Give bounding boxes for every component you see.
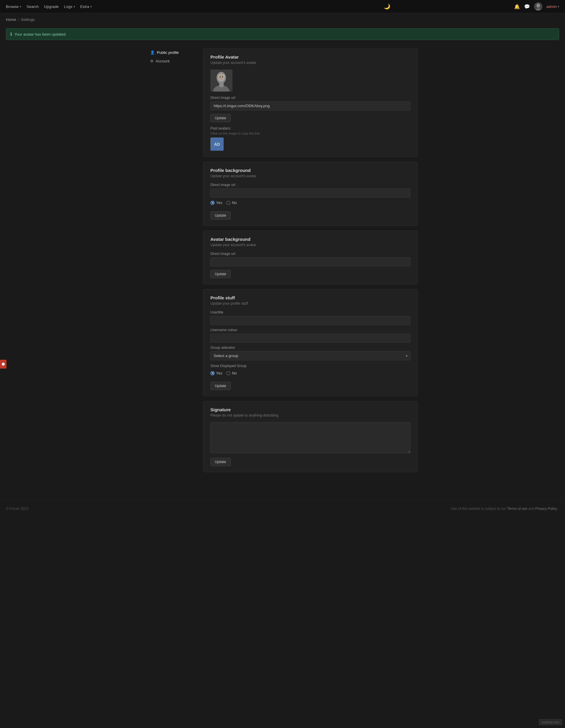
- show-group-yes-option[interactable]: Yes: [211, 371, 222, 375]
- browse-chevron-icon: ▾: [20, 5, 21, 8]
- main-container: 👤 Public profile ⚙ Account Profile Avata…: [141, 42, 424, 483]
- side-icon-dot: [2, 363, 5, 366]
- profile-stuff-subtitle: Update your profile stuff: [211, 301, 410, 306]
- username-colour-input[interactable]: [211, 334, 410, 343]
- profile-background-radio-group: Yes No: [211, 200, 410, 205]
- past-avatars-label: Past avatars:: [211, 126, 410, 130]
- profile-bg-no-label: No: [232, 200, 237, 205]
- admin-chevron-icon: ▾: [558, 5, 559, 8]
- direct-image-url-input[interactable]: [211, 101, 410, 110]
- svg-point-8: [220, 76, 221, 78]
- nav-center: 🌙: [260, 3, 514, 10]
- show-group-yes-label: Yes: [216, 371, 222, 375]
- svg-rect-10: [219, 81, 224, 87]
- profile-stuff-update-button[interactable]: Update: [211, 382, 231, 390]
- usertitle-input[interactable]: [211, 316, 410, 325]
- direct-image-url-label: Direct image url:: [211, 96, 410, 100]
- profile-avatar-section: Profile Avatar Update your account's ava…: [203, 48, 418, 157]
- message-icon[interactable]: 💬: [524, 4, 530, 9]
- gear-icon: ⚙: [150, 59, 154, 63]
- avatar[interactable]: [534, 2, 542, 11]
- profile-background-update-button[interactable]: Update: [211, 211, 231, 220]
- avatar-background-update-button[interactable]: Update: [211, 270, 231, 278]
- svg-point-1: [536, 4, 540, 8]
- breadcrumb-current: Settings: [21, 17, 35, 22]
- profile-background-section: Profile background Update your account's…: [203, 162, 418, 226]
- signature-update-button[interactable]: Update: [211, 458, 231, 466]
- show-group-yes-radio[interactable]: [211, 371, 215, 375]
- avatar-bg-direct-image-url-input[interactable]: [211, 257, 410, 266]
- signature-subtitle: Please do not update to anything disturb…: [211, 413, 410, 417]
- sidebar: 👤 Public profile ⚙ Account: [147, 48, 197, 477]
- profile-avatar-subtitle: Update your account's avatar: [211, 61, 410, 65]
- breadcrumb-separator: ›: [18, 17, 19, 22]
- signature-section: Signature Please do not update to anythi…: [203, 401, 418, 472]
- nav-search[interactable]: Search: [27, 4, 39, 9]
- show-group-no-option[interactable]: No: [226, 371, 237, 375]
- username-colour-label: Username colour: [211, 328, 410, 332]
- logs-chevron-icon: ▾: [74, 5, 75, 8]
- group-selection-wrapper: Select a group: [211, 351, 410, 360]
- sidebar-label-account: Account: [156, 59, 170, 63]
- footer: © Forum 2023 Use of this website is subj…: [0, 500, 565, 517]
- moon-icon[interactable]: 🌙: [384, 3, 390, 10]
- nav-left: Browse ▾ Search Upgrade Logs ▾ Extra ▾: [6, 4, 260, 9]
- nav-right: 🔔 💬 admin ▾: [514, 2, 559, 11]
- bell-icon[interactable]: 🔔: [514, 4, 520, 9]
- extra-chevron-icon: ▾: [90, 5, 92, 8]
- profile-bg-yes-label: Yes: [216, 200, 222, 205]
- profile-bg-yes-radio[interactable]: [211, 201, 215, 205]
- avatar-background-section: Avatar background Update your account's …: [203, 230, 418, 284]
- nav-logs[interactable]: Logs ▾: [64, 4, 75, 9]
- show-group-no-radio[interactable]: [226, 371, 231, 375]
- codeloy-badge: codeloy.com: [539, 719, 562, 725]
- usertitle-label: Usertitle: [211, 310, 410, 314]
- sidebar-item-public-profile[interactable]: 👤 Public profile: [147, 48, 197, 57]
- past-avatars-hint: Click on the image to copy the link.: [211, 132, 410, 135]
- nav-browse[interactable]: Browse ▾: [6, 4, 21, 9]
- footer-legal: Use of this website is subject to our Te…: [451, 507, 559, 511]
- profile-stuff-section: Profile stuff Update your profile stuff …: [203, 289, 418, 396]
- breadcrumb-home[interactable]: Home: [6, 17, 16, 22]
- group-selection-select[interactable]: Select a group: [211, 351, 410, 360]
- profile-avatar-title: Profile Avatar: [211, 54, 410, 59]
- profile-background-title: Profile background: [211, 168, 410, 173]
- nav-upgrade[interactable]: Upgrade: [44, 4, 59, 9]
- alert-banner: ℹ Your avatar has been updated.: [6, 28, 559, 40]
- signature-title: Signature: [211, 407, 410, 412]
- side-notification-icon[interactable]: [0, 360, 6, 369]
- avatar-background-title: Avatar background: [211, 237, 410, 242]
- show-group-no-label: No: [232, 371, 237, 375]
- person-icon: 👤: [150, 50, 155, 55]
- navbar: Browse ▾ Search Upgrade Logs ▾ Extra ▾ 🌙…: [0, 0, 565, 13]
- content: Profile Avatar Update your account's ava…: [203, 48, 418, 477]
- avatar-background-subtitle: Update your account's avatar: [211, 243, 410, 247]
- sidebar-item-account[interactable]: ⚙ Account: [147, 57, 197, 65]
- footer-terms-link[interactable]: Terms of use: [507, 507, 527, 511]
- group-selection-label: Group selection: [211, 346, 410, 350]
- sidebar-label-public-profile: Public profile: [157, 50, 179, 55]
- show-displayed-group-radio-group: Yes No: [211, 371, 410, 375]
- show-displayed-group-label: Show Displayed Group: [211, 364, 410, 368]
- signature-textarea[interactable]: [211, 422, 410, 453]
- bg-direct-image-url-label: Direct image url:: [211, 183, 410, 187]
- profile-bg-no-radio[interactable]: [226, 201, 231, 205]
- alert-icon: ℹ: [10, 31, 12, 37]
- avatar-bg-direct-image-url-label: Direct image url:: [211, 252, 410, 256]
- alert-message: Your avatar has been updated.: [14, 32, 67, 37]
- footer-copyright: © Forum 2023: [6, 507, 29, 511]
- footer-privacy-link[interactable]: Privacy Policy: [535, 507, 557, 511]
- svg-point-9: [222, 76, 223, 78]
- admin-menu[interactable]: admin ▾: [546, 4, 559, 9]
- profile-background-subtitle: Update your account's avatar: [211, 174, 410, 178]
- profile-bg-no-option[interactable]: No: [226, 200, 237, 205]
- profile-avatar-update-button[interactable]: Update: [211, 114, 231, 122]
- past-avatar-thumb[interactable]: AD: [211, 137, 224, 151]
- profile-bg-yes-option[interactable]: Yes: [211, 200, 222, 205]
- avatar-preview: [211, 69, 233, 92]
- nav-extra[interactable]: Extra ▾: [80, 4, 92, 9]
- breadcrumb: Home › Settings: [0, 13, 565, 26]
- profile-stuff-title: Profile stuff: [211, 295, 410, 300]
- bg-direct-image-url-input[interactable]: [211, 188, 410, 198]
